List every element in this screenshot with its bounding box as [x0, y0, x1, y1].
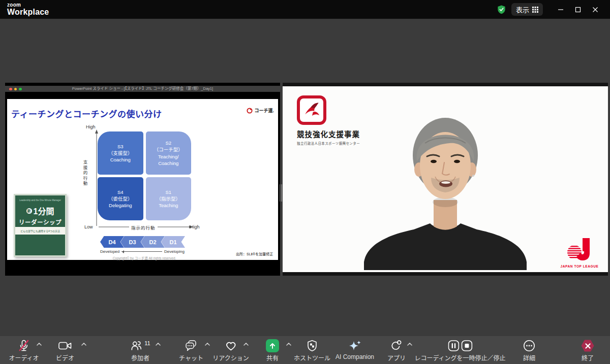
- quadrant-line: Coaching: [110, 156, 131, 163]
- video-label: ビデオ: [56, 353, 74, 362]
- quadrant-s4: S4 （委任型） Delegating: [98, 177, 143, 220]
- source-note: 出所：SLⅡ®を加筆修正: [236, 251, 273, 256]
- coach-do-icon: [247, 108, 253, 114]
- end-meeting-button[interactable]: 終了: [581, 339, 594, 362]
- video-options-chevron[interactable]: [81, 343, 86, 346]
- title-bar: zoom Workplace 表示: [0, 0, 610, 19]
- development-scale-line: [121, 251, 162, 252]
- meeting-toolbar: オーディオ ビデオ: [0, 336, 610, 364]
- share-screen-label: 共有: [266, 353, 279, 362]
- panel-resize-handle[interactable]: [279, 184, 283, 202]
- view-button[interactable]: 表示: [511, 3, 543, 16]
- audio-options-chevron[interactable]: [37, 343, 42, 346]
- ai-companion-button[interactable]: AI Companion: [336, 339, 374, 360]
- more-button[interactable]: 詳細: [523, 339, 535, 362]
- quadrant-line: Teaching: [159, 202, 178, 209]
- program-subtitle: 独立行政法人日本スポーツ振興センター: [297, 141, 360, 146]
- meeting-stage: PowerPoint スライド ショー - [【スライド】JTL コーチング研修…: [0, 19, 610, 336]
- quadrant-line: S4: [117, 189, 124, 195]
- macos-traffic-lights: [9, 88, 22, 91]
- powerpoint-titlebar: PowerPoint スライド ショー - [【スライド】JTL コーチング研修…: [5, 86, 280, 92]
- developing-label: Developing: [164, 249, 185, 254]
- share-options-chevron[interactable]: [286, 343, 291, 346]
- chat-options-chevron[interactable]: [205, 343, 210, 346]
- participants-count: 11: [144, 340, 150, 346]
- slide-copyright: Copyright© by コーチ道 All rights reserved.: [88, 255, 200, 260]
- x-axis-label: 指示的行動: [129, 224, 158, 230]
- maximize-button[interactable]: [569, 0, 587, 19]
- x-axis-high-label: High: [190, 224, 200, 229]
- chevron-up-icon: [286, 343, 291, 346]
- video-button[interactable]: ビデオ: [56, 339, 74, 362]
- quadrant-line: （支援型）: [108, 150, 133, 156]
- mac-minimize-button[interactable]: [14, 88, 17, 91]
- end-meeting-icon: [581, 340, 594, 352]
- end-meeting-label: 終了: [582, 353, 594, 362]
- maximize-icon: [575, 7, 581, 13]
- camera-icon: [58, 341, 72, 350]
- quadrant-line: Teaching/: [158, 153, 179, 160]
- participants-button[interactable]: 11 参加者: [130, 339, 150, 362]
- minimize-button[interactable]: [552, 0, 569, 19]
- program-title: 競技強化支援事業: [297, 128, 360, 139]
- close-icon: [592, 7, 598, 13]
- reactions-button[interactable]: リアクション: [212, 339, 249, 362]
- chevron-up-icon: [407, 343, 412, 346]
- chevron-d1: D1: [161, 236, 185, 248]
- zoom-workplace-window: zoom Workplace 表示: [0, 0, 610, 364]
- chat-button[interactable]: チャット: [179, 339, 203, 362]
- recording-pause-stop-button[interactable]: レコーディングを一時停止／停止: [414, 339, 505, 362]
- host-tools-button[interactable]: ホストツール: [294, 339, 330, 362]
- quadrant-line: （委任型）: [108, 195, 133, 202]
- recording-label: レコーディングを一時停止／停止: [414, 353, 505, 362]
- quadrant-line: S2: [165, 140, 171, 146]
- japan-top-league-logo: JAPAN TOP LEAGUE: [556, 237, 603, 268]
- book-title-line1: 1分間: [34, 205, 54, 217]
- participants-options-chevron[interactable]: [156, 343, 161, 346]
- quadrant-line: Coaching: [158, 160, 178, 167]
- audio-button[interactable]: オーディオ: [9, 339, 39, 362]
- chevron-d4: D4: [100, 236, 124, 248]
- slide-title: ティーチングとコーチングの使い分け: [11, 107, 162, 120]
- share-screen-icon: [266, 339, 279, 352]
- coach-do-logo: コーチ道.: [247, 107, 274, 114]
- apps-label: アプリ: [387, 353, 406, 362]
- quadrant-line: Delegating: [109, 202, 132, 209]
- share-screen-button[interactable]: 共有: [266, 339, 279, 362]
- coach-do-label: コーチ道.: [254, 107, 274, 114]
- security-shield-icon[interactable]: [497, 5, 506, 14]
- powerpoint-window-title: PowerPoint スライド ショー - [【スライド】JTL コーチング研修…: [5, 86, 280, 92]
- more-ellipsis-icon: [523, 340, 535, 352]
- quadrant-s2: S2 （コーチ型） Teaching/ Coaching: [146, 131, 192, 175]
- participant-person: [354, 93, 537, 270]
- mac-close-button[interactable]: [9, 88, 12, 91]
- apps-icon: [390, 340, 403, 352]
- japan-sport-council-icon: [297, 95, 326, 125]
- more-label: 詳細: [523, 353, 535, 362]
- quadrant-line: S1: [165, 189, 171, 195]
- zoom-workplace-logo: zoom Workplace: [7, 2, 49, 16]
- reactions-options-chevron[interactable]: [243, 343, 249, 346]
- development-scale: Developed Developing: [100, 249, 185, 254]
- mac-zoom-button[interactable]: [19, 88, 22, 91]
- apps-options-chevron[interactable]: [407, 343, 412, 346]
- host-tools-label: ホストツール: [294, 353, 330, 362]
- chevron-d3: D3: [120, 236, 144, 248]
- quadrant-line: S3: [117, 143, 124, 150]
- audio-label: オーディオ: [9, 353, 39, 362]
- apps-button[interactable]: アプリ: [387, 339, 406, 362]
- book-english-title: Leadership and the One Minute Manager: [15, 195, 65, 202]
- chat-label: チャット: [179, 353, 203, 362]
- shared-screen-panel: PowerPoint スライド ショー - [【スライド】JTL コーチング研修…: [5, 83, 280, 276]
- chevron-up-icon: [37, 343, 42, 346]
- chevron-up-icon: [243, 343, 249, 346]
- book-cover: Leadership and the One Minute Manager 新 …: [14, 194, 67, 257]
- brand-zoom: zoom: [7, 2, 49, 8]
- microphone-muted-icon: [17, 339, 30, 352]
- participant-video-panel: 競技強化支援事業 独立行政法人日本スポーツ振興センター: [283, 83, 608, 276]
- situational-leadership-matrix: S3 （支援型） Coaching S2 （コーチ型） Teaching/ Co…: [98, 131, 191, 220]
- book-title-line2: リーダーシップ: [15, 218, 65, 226]
- stop-recording-icon: [461, 340, 472, 351]
- chevron-up-icon: [81, 343, 86, 346]
- close-button[interactable]: [587, 0, 604, 19]
